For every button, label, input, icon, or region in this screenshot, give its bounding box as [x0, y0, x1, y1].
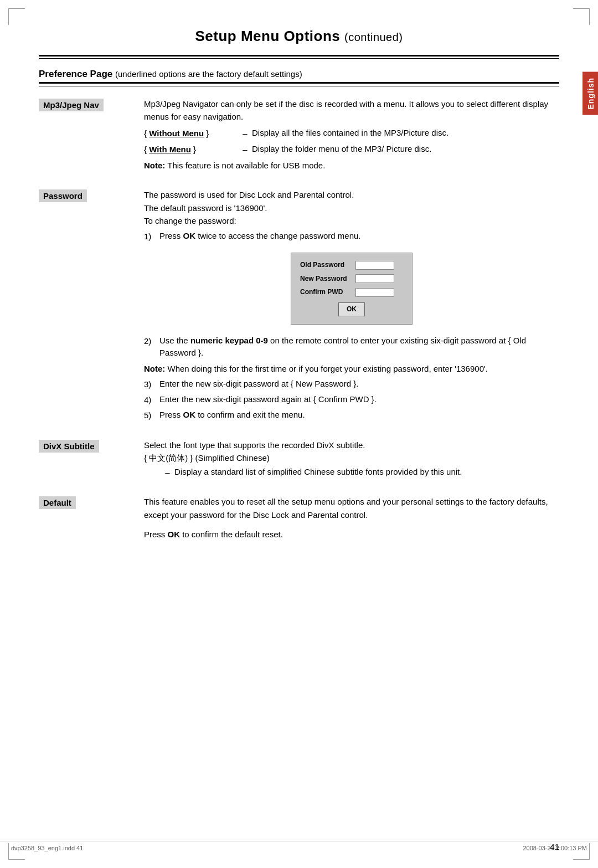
confirm-password-input	[355, 288, 394, 297]
step-1: 1) Press OK twice to access the change p…	[144, 230, 559, 243]
step5-content: Press OK to confirm and exit the menu.	[159, 409, 559, 422]
step-2: 2) Use the numeric keypad 0-9 on the rem…	[144, 335, 559, 359]
mp3-note: Note: This feature is not available for …	[144, 159, 559, 172]
mp3-jpeg-nav-label: Mp3/Jpeg Nav	[39, 97, 144, 111]
step5-rest: to confirm and exit the menu.	[195, 410, 305, 419]
step1-content: Press OK twice to access the change pass…	[159, 230, 559, 243]
corner-mark-top-right	[573, 8, 590, 25]
hr-thick	[39, 55, 559, 57]
with-menu-label: { With Menu }	[144, 143, 238, 156]
new-password-row: New Password	[300, 274, 403, 284]
with-menu-desc: Display the folder menu of the MP3/ Pict…	[252, 143, 559, 156]
footer-right: 2008-03-27 2:00:13 PM	[523, 845, 587, 851]
step4-content: Enter the new six-digit password again a…	[159, 393, 559, 406]
step2-bold: numeric keypad 0-9	[190, 336, 268, 345]
divx-sub-dash: –	[161, 466, 174, 479]
default-content: This feature enables you to reset all th…	[144, 495, 559, 541]
hr-thin-2	[39, 86, 559, 86]
step-5: 5) Press OK to confirm and exit the menu…	[144, 409, 559, 422]
step-3: 3) Enter the new six-digit password at {…	[144, 378, 559, 391]
step2-text: Use the	[159, 336, 190, 345]
ok-button-row: OK	[300, 302, 403, 316]
footer-left: dvp3258_93_eng1.indd 41	[11, 845, 83, 851]
with-menu-row: { With Menu } – Display the folder menu …	[144, 143, 559, 156]
note2-label: Note:	[144, 364, 165, 373]
new-password-input	[355, 274, 394, 283]
content-area: Mp3/Jpeg Nav Mp3/Jpeg Navigator can only…	[39, 97, 559, 541]
divx-subtitle-section: DivX Subtitle Select the font type that …	[39, 439, 559, 479]
step5-text: Press	[159, 410, 183, 419]
default-label: Default	[39, 495, 144, 509]
old-password-label: Old Password	[300, 260, 355, 270]
step2-num: 2)	[144, 335, 159, 347]
divx-line1: Select the font type that supports the r…	[144, 439, 559, 451]
page-container: English Setup Menu Options (continued) P…	[0, 0, 598, 868]
confirm-password-label: Confirm PWD	[300, 287, 355, 297]
divx-sub-option: – Display a standard list of simplified …	[161, 466, 559, 479]
step5-ok: OK	[183, 410, 196, 419]
preference-page-subtitle: (underlined options are the factory defa…	[115, 69, 302, 79]
without-menu-row: { Without Menu } – Display all the files…	[144, 127, 559, 140]
password-content: The password is used for Disc Lock and P…	[144, 188, 559, 422]
page-title-continued: (continued)	[344, 31, 403, 43]
password-note2: Note: When doing this for the first time…	[144, 362, 559, 375]
default-press: Press	[144, 530, 168, 539]
password-label: Password	[39, 188, 144, 202]
step-4: 4) Enter the new six-digit password agai…	[144, 393, 559, 406]
step4-num: 4)	[144, 393, 159, 406]
with-menu-dash: –	[238, 143, 252, 156]
default-section: Default This feature enables you to rese…	[39, 495, 559, 541]
password-line3: To change the password:	[144, 214, 559, 227]
step1-num: 1)	[144, 230, 159, 243]
note-label: Note:	[144, 161, 165, 170]
without-menu-label: { Without Menu }	[144, 127, 238, 140]
old-password-row: Old Password	[300, 260, 403, 270]
old-password-input	[355, 261, 394, 270]
note2-text: When doing this for the first time or if…	[168, 364, 488, 373]
step3-num: 3)	[144, 378, 159, 391]
confirm-password-row: Confirm PWD	[300, 287, 403, 297]
mp3-intro: Mp3/Jpeg Navigator can only be set if th…	[144, 97, 559, 124]
new-password-label: New Password	[300, 274, 355, 284]
step5-num: 5)	[144, 409, 159, 422]
corner-mark-top-left	[8, 8, 25, 25]
default-line1: This feature enables you to reset all th…	[144, 495, 559, 521]
without-menu-dash: –	[238, 127, 252, 140]
step2-content: Use the numeric keypad 0-9 on the remote…	[159, 335, 559, 359]
hr-thin	[39, 58, 559, 59]
divx-chinese-option: { 中文(简体) } (Simplified Chinese)	[144, 451, 559, 464]
sidebar-english-label: English	[582, 72, 598, 115]
password-line2: The default password is '136900'.	[144, 202, 559, 214]
step1-text: Press	[159, 231, 183, 240]
password-dialog-box: Old Password New Password Confirm PWD OK	[291, 253, 413, 324]
page-footer: dvp3258_93_eng1.indd 41 2008-03-27 2:00:…	[0, 841, 598, 851]
page-title: Setup Menu Options (continued)	[39, 28, 559, 45]
step1-ok: OK	[183, 231, 196, 240]
default-rest: to confirm the default reset.	[180, 530, 283, 539]
divx-subtitle-label: DivX Subtitle	[39, 439, 144, 453]
step1-rest: twice to access the change password menu…	[195, 231, 361, 240]
preference-page-header: Preference Page (underlined options are …	[39, 69, 559, 80]
divx-subtitle-content: Select the font type that supports the r…	[144, 439, 559, 479]
default-line2: Press OK to confirm the default reset.	[144, 528, 559, 541]
without-menu-desc: Display all the files contained in the M…	[252, 127, 559, 140]
default-ok: OK	[168, 530, 181, 539]
mp3-jpeg-nav-content: Mp3/Jpeg Navigator can only be set if th…	[144, 97, 559, 172]
password-line1: The password is used for Disc Lock and P…	[144, 188, 559, 201]
hr-thick-2	[39, 82, 559, 84]
password-section: Password The password is used for Disc L…	[39, 188, 559, 422]
preference-page-title: Preference Page	[39, 69, 112, 79]
ok-button[interactable]: OK	[338, 302, 365, 316]
mp3-jpeg-nav-section: Mp3/Jpeg Nav Mp3/Jpeg Navigator can only…	[39, 97, 559, 172]
note-text: This feature is not available for USB mo…	[167, 161, 325, 170]
page-title-main: Setup Menu Options	[195, 28, 340, 44]
divx-sub-desc: Display a standard list of simplified Ch…	[174, 466, 559, 479]
step3-content: Enter the new six-digit password at { Ne…	[159, 378, 559, 391]
